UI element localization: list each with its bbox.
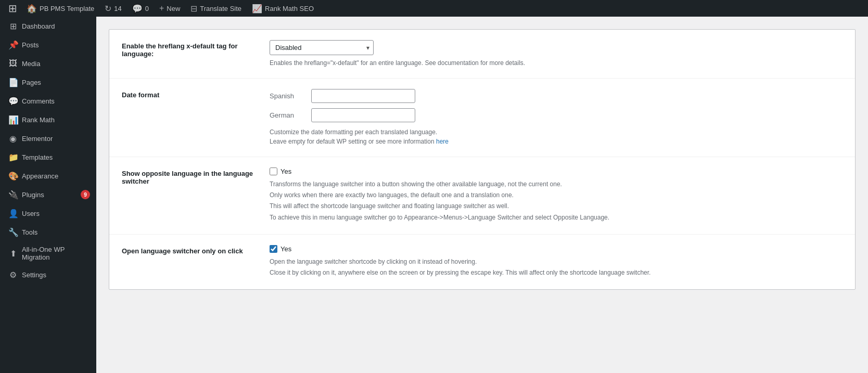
admin-bar-updates[interactable]: ↻ 14 [99, 0, 126, 17]
sidebar-item-rankmath[interactable]: 📊 Rank Math [0, 110, 96, 129]
templates-icon: 📁 [8, 152, 18, 162]
show-opposite-desc-2: Only works when there are exactly two la… [270, 190, 843, 200]
home-icon: 🏠 [27, 4, 37, 14]
sidebar-item-label: Templates [22, 153, 90, 161]
show-opposite-desc-4: To achieve this in menu language switche… [270, 213, 843, 223]
updates-count: 14 [114, 5, 121, 12]
show-opposite-label: Show opposite language in the language s… [122, 168, 257, 185]
show-opposite-desc: Transforms the language switcher into a … [270, 179, 843, 223]
sidebar-item-posts[interactable]: 📌 Posts [0, 35, 96, 54]
sidebar-item-label: Settings [22, 271, 90, 279]
sidebar-item-elementor[interactable]: ◉ Elementor [0, 129, 96, 148]
sidebar-item-label: Rank Math [22, 116, 90, 124]
date-format-help-line1: Customize the date formatting per each t… [270, 128, 437, 136]
show-opposite-checkbox[interactable] [270, 168, 277, 175]
open-on-click-desc-1: Open the language switcher shortcode by … [270, 257, 843, 267]
sidebar-item-plugins[interactable]: 🔌 Plugins 9 [0, 185, 96, 204]
wp-logo[interactable]: ⊞ [4, 0, 21, 17]
show-opposite-checkbox-label: Yes [280, 168, 291, 175]
settings-section: Enable the hreflang x-default tag for la… [109, 29, 856, 290]
spanish-label: Spanish [270, 92, 306, 100]
elementor-icon: ◉ [8, 134, 18, 144]
sidebar-item-allinone[interactable]: ⬆ All-in-One WP Migration [0, 241, 96, 265]
admin-bar-site[interactable]: 🏠 PB PMS Template [21, 0, 99, 17]
spanish-row: Spanish [270, 89, 843, 103]
hreflang-control: Disabled Enabled ▾ Enables the hreflang=… [270, 40, 843, 68]
open-on-click-desc: Open the language switcher shortcode by … [270, 257, 843, 278]
new-label: New [167, 5, 180, 12]
settings-icon: ⚙ [8, 270, 18, 280]
show-opposite-desc-1: Transforms the language switcher into a … [270, 179, 843, 189]
media-icon: 🖼 [8, 59, 18, 68]
sidebar-item-label: Pages [22, 79, 90, 86]
show-opposite-desc-3: This will affect the shortcode language … [270, 201, 843, 211]
open-on-click-checkbox[interactable] [270, 245, 277, 253]
dashboard-icon: ⊞ [8, 21, 18, 31]
sidebar-item-label: Media [22, 60, 90, 68]
sidebar-item-pages[interactable]: 📄 Pages [0, 73, 96, 92]
admin-bar-new[interactable]: + New [154, 0, 185, 17]
sidebar-item-dashboard[interactable]: ⊞ Dashboard [0, 17, 96, 35]
hreflang-row: Enable the hreflang x-default tag for la… [109, 30, 855, 79]
rankmath-label: Rank Math SEO [265, 5, 314, 12]
hreflang-label: Enable the hreflang x-default tag for la… [122, 40, 257, 58]
translate-label: Translate Site [200, 5, 241, 12]
open-on-click-control: Yes Open the language switcher shortcode… [270, 245, 843, 279]
sidebar-item-templates[interactable]: 📁 Templates [0, 148, 96, 166]
plugins-icon: 🔌 [8, 190, 18, 200]
main-content: Enable the hreflang x-default tag for la… [96, 17, 868, 373]
open-on-click-checkbox-row: Yes [270, 245, 843, 253]
german-label: German [270, 111, 306, 119]
appearance-icon: 🎨 [8, 171, 18, 181]
sidebar-item-label: All-in-One WP Migration [22, 246, 90, 261]
sidebar-item-comments[interactable]: 💬 Comments [0, 92, 96, 110]
translate-icon: ⊟ [190, 4, 197, 14]
pages-icon: 📄 [8, 78, 18, 87]
sidebar-item-appearance[interactable]: 🎨 Appearance [0, 166, 96, 185]
admin-bar-translate[interactable]: ⊟ Translate Site [185, 0, 247, 17]
show-opposite-row: Show opposite language in the language s… [109, 157, 855, 235]
rankmath-nav-icon: 📊 [8, 115, 18, 125]
german-input[interactable] [311, 108, 415, 122]
date-format-help-link[interactable]: here [436, 138, 449, 145]
users-icon: 👤 [8, 209, 18, 218]
spanish-input[interactable] [311, 89, 415, 103]
admin-bar: ⊞ 🏠 PB PMS Template ↻ 14 💬 0 + New ⊟ Tra… [0, 0, 868, 17]
sidebar-item-label: Users [22, 210, 90, 217]
comments-icon: 💬 [132, 4, 143, 14]
date-format-help: Customize the date formatting per each t… [270, 127, 843, 146]
sidebar-item-users[interactable]: 👤 Users [0, 204, 96, 223]
updates-icon: ↻ [105, 4, 111, 14]
show-opposite-control: Yes Transforms the language switcher int… [270, 168, 843, 224]
sidebar-item-label: Dashboard [22, 22, 90, 30]
sidebar-item-label: Comments [22, 97, 90, 105]
sidebar-item-label: Tools [22, 228, 90, 236]
sidebar: ⊞ Dashboard 📌 Posts 🖼 Media 📄 Pages 💬 Co… [0, 17, 96, 373]
date-format-label: Date format [122, 89, 257, 99]
sidebar-item-tools[interactable]: 🔧 Tools [0, 223, 96, 241]
admin-bar-comments[interactable]: 💬 0 [127, 0, 154, 17]
sidebar-item-label: Elementor [22, 135, 90, 143]
open-on-click-label: Open language switcher only on click [122, 245, 257, 255]
posts-icon: 📌 [8, 40, 18, 50]
sidebar-item-media[interactable]: 🖼 Media [0, 54, 96, 73]
open-on-click-desc-2: Close it by clicking on it, anywhere els… [270, 268, 843, 278]
admin-bar-rankmath[interactable]: 📈 Rank Math SEO [247, 0, 319, 17]
sidebar-item-label: Plugins [22, 191, 76, 199]
hreflang-select[interactable]: Disabled Enabled [270, 40, 374, 55]
sidebar-item-label: Appearance [22, 172, 90, 180]
rankmath-icon: 📈 [252, 4, 262, 14]
hreflang-dropdown-wrapper: Disabled Enabled ▾ [270, 40, 374, 55]
open-on-click-checkbox-label: Yes [280, 245, 291, 253]
allinone-icon: ⬆ [8, 249, 18, 259]
sidebar-item-label: Posts [22, 41, 90, 49]
sidebar-item-settings[interactable]: ⚙ Settings [0, 265, 96, 284]
site-name-label: PB PMS Template [40, 5, 94, 12]
date-format-control: Spanish German Customize the date format… [270, 89, 843, 146]
plugins-badge: 9 [81, 190, 90, 199]
comments-nav-icon: 💬 [8, 96, 18, 106]
comments-count: 0 [145, 5, 149, 12]
german-row: German [270, 108, 843, 122]
date-format-help-line2: Leave empty for default WP setting or se… [270, 138, 435, 145]
show-opposite-checkbox-row: Yes [270, 168, 843, 175]
